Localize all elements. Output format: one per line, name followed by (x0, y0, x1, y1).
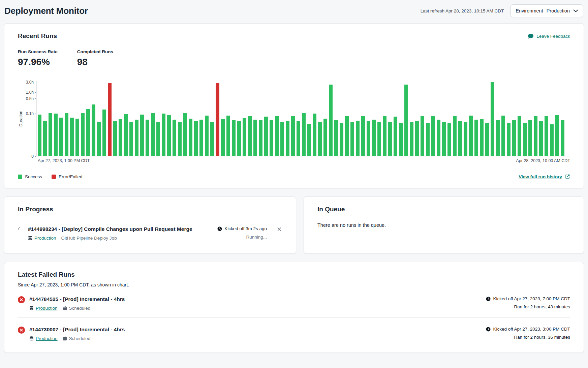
run-bar[interactable] (102, 110, 106, 156)
run-bar[interactable] (550, 124, 554, 156)
environment-link[interactable]: Production (34, 236, 56, 241)
run-bar[interactable] (49, 113, 52, 156)
run-bar[interactable] (108, 83, 112, 156)
run-bar[interactable] (54, 114, 58, 156)
run-bar[interactable] (323, 119, 327, 156)
run-bar[interactable] (458, 121, 462, 156)
run-bar[interactable] (167, 115, 171, 156)
run-bar[interactable] (437, 120, 440, 156)
run-bar[interactable] (545, 116, 548, 156)
run-bar[interactable] (97, 122, 101, 156)
run-bar[interactable] (286, 121, 289, 156)
run-bar[interactable] (491, 82, 494, 156)
run-bar[interactable] (464, 122, 467, 156)
run-bar[interactable] (480, 119, 484, 156)
environment-selector[interactable]: Environment Production (510, 4, 583, 17)
environment-link[interactable]: Production (36, 306, 58, 311)
environment-link[interactable]: Production (36, 336, 58, 341)
run-bar[interactable] (237, 121, 241, 156)
run-bar[interactable] (367, 121, 370, 156)
run-bar[interactable] (404, 85, 408, 156)
run-bar[interactable] (388, 122, 392, 156)
close-icon[interactable] (276, 226, 282, 232)
run-bar[interactable] (151, 113, 155, 156)
run-bar[interactable] (501, 116, 505, 156)
run-bar[interactable] (146, 120, 149, 156)
run-bar[interactable] (183, 113, 187, 156)
run-bar[interactable] (534, 116, 537, 156)
run-bar[interactable] (345, 116, 349, 156)
run-bar[interactable] (92, 104, 95, 156)
run-bar[interactable] (221, 119, 225, 156)
run-bar[interactable] (415, 121, 419, 156)
run-bar[interactable] (81, 113, 85, 156)
run-bar[interactable] (124, 114, 128, 156)
run-bar[interactable] (113, 121, 117, 156)
run-bar[interactable] (507, 123, 510, 156)
run-bar[interactable] (140, 115, 144, 156)
run-bar[interactable] (156, 122, 160, 156)
run-bar[interactable] (70, 118, 74, 156)
run-bar[interactable] (65, 113, 68, 156)
run-bar[interactable] (350, 122, 354, 156)
run-bar[interactable] (512, 120, 516, 156)
run-bar[interactable] (210, 122, 214, 156)
run-bar[interactable] (340, 123, 343, 156)
run-bar[interactable] (372, 120, 376, 156)
run-bar[interactable] (162, 114, 165, 156)
run-bar[interactable] (59, 118, 63, 156)
run-bar[interactable] (232, 120, 236, 156)
run-bar[interactable] (485, 123, 489, 156)
run-bar[interactable] (291, 116, 295, 156)
run-bar[interactable] (318, 122, 322, 156)
run-bar[interactable] (442, 122, 446, 156)
run-bar[interactable] (75, 119, 79, 156)
run-bar[interactable] (43, 121, 47, 156)
run-bar[interactable] (561, 120, 564, 156)
run-bar[interactable] (555, 115, 559, 156)
run-bar[interactable] (356, 121, 360, 156)
run-bar[interactable] (469, 116, 473, 156)
run-bar[interactable] (307, 124, 311, 156)
run-bar[interactable] (313, 114, 316, 156)
run-bar[interactable] (280, 122, 284, 156)
run-bar[interactable] (539, 121, 543, 156)
run-bar[interactable] (447, 123, 451, 156)
run-bar[interactable] (275, 116, 279, 156)
run-bar[interactable] (216, 83, 219, 156)
run-bar[interactable] (399, 123, 403, 156)
run-bar[interactable] (259, 120, 262, 156)
run-bar[interactable] (135, 120, 138, 156)
run-bar[interactable] (377, 122, 381, 156)
run-bar[interactable] (270, 120, 273, 156)
run-bar[interactable] (474, 120, 478, 156)
run-bar[interactable] (302, 113, 306, 156)
run-bar[interactable] (38, 115, 41, 156)
run-bar[interactable] (226, 116, 230, 156)
run-bar[interactable] (523, 123, 527, 156)
run-bar[interactable] (199, 120, 203, 156)
run-bar[interactable] (86, 109, 90, 156)
run-bar[interactable] (205, 116, 209, 156)
run-bar[interactable] (264, 117, 268, 156)
run-bar[interactable] (361, 116, 365, 156)
run-bar[interactable] (119, 119, 122, 156)
run-bar[interactable] (334, 120, 338, 156)
run-bar[interactable] (129, 122, 133, 156)
run-bar[interactable] (528, 120, 532, 156)
leave-feedback-link[interactable]: Leave Feedback (528, 33, 570, 39)
run-bar[interactable] (421, 116, 424, 156)
run-bar[interactable] (173, 120, 176, 156)
run-bar[interactable] (253, 120, 257, 156)
run-bar[interactable] (496, 120, 500, 156)
run-bar[interactable] (453, 116, 457, 156)
run-bar[interactable] (518, 116, 521, 156)
run-bar[interactable] (410, 122, 413, 156)
run-bar[interactable] (194, 121, 198, 156)
run-bar[interactable] (394, 117, 397, 156)
run-bar[interactable] (383, 116, 386, 156)
run-bar[interactable] (248, 116, 252, 156)
run-bar[interactable] (178, 122, 182, 156)
run-bar[interactable] (189, 119, 192, 156)
view-full-run-history-link[interactable]: View full run history (519, 174, 570, 179)
